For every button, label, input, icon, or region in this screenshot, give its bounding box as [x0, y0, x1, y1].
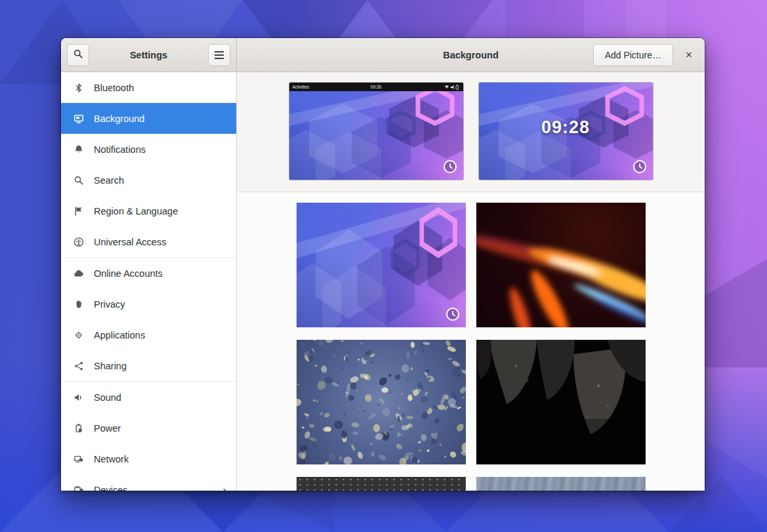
blue-weave-art	[476, 477, 646, 491]
sidebar-item-bluetooth[interactable]: Bluetooth	[61, 72, 236, 103]
speaker-icon	[73, 392, 84, 403]
sidebar-item-region-language[interactable]: Region & Language	[61, 195, 236, 226]
slideshow-clock-badge	[632, 159, 647, 174]
sidebar-item-network[interactable]: Network	[61, 443, 236, 474]
sidebar-item-sound[interactable]: Sound	[61, 382, 236, 413]
add-picture-button[interactable]: Add Picture…	[593, 44, 673, 66]
display-wallpaper-icon	[73, 113, 84, 124]
current-background-previews: Activities 09:26 09:28	[237, 72, 705, 192]
lock-screen-preview[interactable]: 09:28	[479, 83, 653, 180]
sidebar-item-power[interactable]: Power	[61, 413, 236, 443]
wallpaper-tile-winter-forest[interactable]	[297, 340, 466, 464]
settings-sidebar: Bluetooth Background Notifications Searc…	[61, 72, 237, 491]
background-panel: Activities 09:26 09:28	[237, 72, 705, 491]
sidebar-item-applications[interactable]: Applications	[61, 319, 236, 350]
desktop-background-preview[interactable]: Activities 09:26	[289, 83, 463, 180]
orange-streaks-art	[476, 203, 646, 327]
bluetooth-icon	[73, 83, 84, 93]
wallpaper-tile-blue-weave[interactable]	[476, 477, 646, 491]
sidebar-item-universal-access[interactable]: Universal Access	[61, 226, 236, 257]
hand-icon	[73, 299, 84, 310]
apps-diamond-icon	[73, 330, 84, 340]
wallpaper-tile-dark-leaves[interactable]	[476, 340, 646, 464]
sidebar-item-devices[interactable]: Devices ›	[61, 474, 236, 491]
wallpaper-forest-art	[297, 340, 466, 464]
hamburger-menu-icon	[215, 51, 224, 59]
settings-window: Settings Background Add Picture… × Bluet…	[61, 38, 705, 491]
sidebar-item-search[interactable]: Search	[61, 165, 236, 195]
preview-top-bar: Activities 09:26	[289, 83, 463, 91]
close-icon[interactable]: ×	[678, 45, 699, 66]
chevron-right-icon: ›	[222, 483, 227, 491]
accessibility-icon	[73, 237, 84, 247]
bell-icon	[73, 144, 84, 155]
wallpaper-grid	[237, 192, 705, 491]
lock-screen-clock: 09:28	[479, 117, 653, 138]
panel-headerbar: Background Add Picture… ×	[237, 38, 705, 72]
slideshow-clock-badge	[443, 159, 457, 174]
sidebar-item-online-accounts[interactable]: Online Accounts	[61, 258, 236, 289]
sidebar-item-notifications[interactable]: Notifications	[61, 134, 236, 165]
flag-icon	[73, 206, 84, 216]
search-icon	[73, 49, 83, 61]
battery-icon	[73, 423, 84, 434]
sidebar-item-sharing[interactable]: Sharing	[61, 350, 236, 381]
wallpaper-tile-orange-streaks[interactable]	[476, 203, 646, 327]
devices-icon	[73, 485, 84, 491]
dark-leaves-art	[476, 340, 646, 464]
wallpaper-tile-blue-hexagons[interactable]	[297, 203, 466, 327]
primary-menu-button[interactable]	[208, 44, 230, 66]
share-icon	[73, 361, 84, 371]
sidebar-headerbar: Settings	[61, 38, 237, 72]
top-bar-clock: 09:26	[289, 85, 463, 89]
slideshow-clock-badge	[446, 307, 460, 321]
cloud-icon	[73, 268, 84, 279]
sidebar-item-privacy[interactable]: Privacy	[61, 289, 236, 319]
search-button[interactable]	[67, 44, 89, 66]
wallpaper-tile-dark-dotted[interactable]	[297, 477, 466, 491]
sidebar-item-background[interactable]: Background	[61, 103, 236, 134]
search-icon	[73, 175, 84, 186]
network-icon	[73, 454, 84, 464]
